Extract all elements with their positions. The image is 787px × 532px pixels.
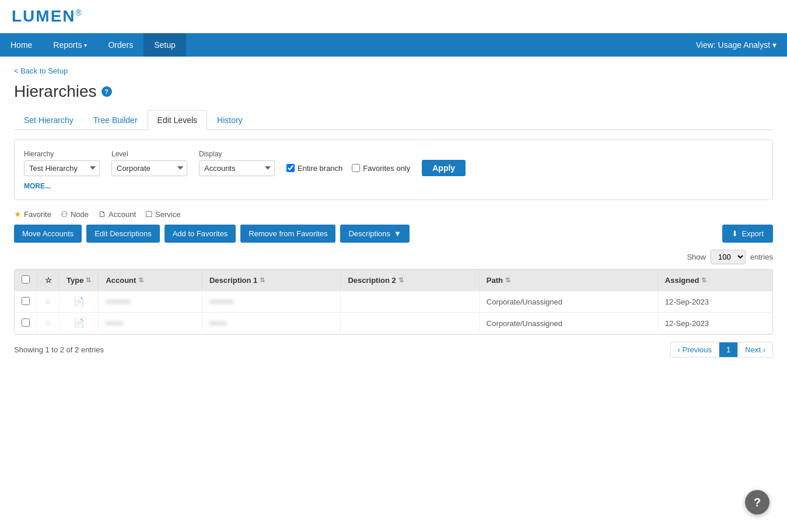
- add-to-favorites-button[interactable]: Add to Favorites: [165, 225, 236, 243]
- td-path-2: Corporate/Unassigned: [479, 313, 657, 334]
- display-select[interactable]: Accounts: [199, 160, 275, 176]
- filter-checkboxes: Entire branch Favorites only: [286, 164, 410, 173]
- td-checkbox-1[interactable]: [15, 291, 37, 313]
- nav-reports[interactable]: Reports ▾: [43, 33, 97, 57]
- desc1-value-2: •••••••: [209, 320, 226, 328]
- row2-star-icon[interactable]: ☆: [44, 318, 52, 328]
- breadcrumb[interactable]: < Back to Setup: [14, 66, 68, 75]
- filter-panel: Hierarchy Test Hierarchy Level Corporate…: [14, 139, 773, 200]
- nav-orders[interactable]: Orders: [97, 33, 144, 57]
- td-type-2: 📄: [60, 313, 99, 334]
- account-type-icon-2: 📄: [74, 318, 85, 328]
- th-description1[interactable]: Description 1 ⇅: [202, 270, 340, 291]
- showing-text: Showing 1 to 2 of 2 entries: [14, 345, 104, 354]
- td-account-1: ••••••••••: [99, 291, 202, 313]
- account-value-1: ••••••••••: [106, 298, 130, 306]
- row1-star-icon[interactable]: ☆: [44, 297, 52, 306]
- hierarchy-filter-group: Hierarchy Test Hierarchy: [24, 150, 100, 176]
- nav-left: Home Reports ▾ Orders Setup: [0, 33, 186, 57]
- table-header: ☆ Type ⇅ Account ⇅: [15, 270, 772, 291]
- sort-assigned-icon[interactable]: ⇅: [701, 276, 706, 284]
- logo-text: LUMEN: [12, 7, 76, 25]
- th-description2[interactable]: Description 2 ⇅: [341, 270, 479, 291]
- sort-path-icon[interactable]: ⇅: [505, 276, 510, 284]
- main-content: < Back to Setup Hierarchies ? Set Hierar…: [0, 57, 787, 532]
- header-row: ☆ Type ⇅ Account ⇅: [15, 270, 772, 291]
- row1-checkbox[interactable]: [22, 297, 30, 305]
- sort-desc2-icon[interactable]: ⇅: [398, 276, 404, 284]
- td-path-1: Corporate/Unassigned: [479, 291, 657, 313]
- hierarchy-select[interactable]: Test Hierarchy: [24, 160, 100, 176]
- nav-user-view[interactable]: View: Usage Analyst ▾: [685, 33, 787, 57]
- page-1-button[interactable]: 1: [719, 342, 738, 357]
- show-entries: Show 10 25 50 100 entries: [14, 250, 773, 264]
- row2-checkbox[interactable]: [22, 318, 30, 327]
- td-description1-2: •••••••: [202, 313, 340, 334]
- entire-branch-checkbox[interactable]: [286, 164, 295, 172]
- select-all-checkbox[interactable]: [22, 275, 30, 284]
- tab-set-hierarchy[interactable]: Set Hierarchy: [14, 110, 83, 130]
- nav-home[interactable]: Home: [0, 33, 43, 57]
- edit-descriptions-button[interactable]: Edit Descriptions: [86, 225, 160, 243]
- td-checkbox-2[interactable]: [15, 313, 37, 334]
- table-row: ☆ 📄 ••••••• •••••••: [15, 313, 772, 334]
- logo: LUMEN®: [12, 7, 775, 26]
- legend-node: ⚇ Node: [61, 209, 89, 219]
- th-account[interactable]: Account ⇅: [99, 270, 202, 291]
- show-count-select[interactable]: 10 25 50 100: [711, 250, 746, 264]
- account-icon: 🗋: [98, 209, 106, 219]
- tab-tree-builder[interactable]: Tree Builder: [83, 110, 148, 130]
- td-assigned-1: 12-Sep-2023: [657, 291, 772, 313]
- display-filter-group: Display Accounts: [199, 150, 275, 176]
- level-label: Level: [111, 150, 187, 158]
- page-title-text: Hierarchies: [14, 82, 97, 101]
- legend: ★ Favorite ⚇ Node 🗋 Account ☐ Service: [14, 209, 773, 219]
- move-accounts-button[interactable]: Move Accounts: [14, 225, 82, 243]
- data-table-wrapper: ☆ Type ⇅ Account ⇅: [14, 269, 773, 335]
- desc1-value-1: ••••••••••: [209, 298, 234, 306]
- entries-label: entries: [750, 253, 773, 261]
- favorites-only-label[interactable]: Favorites only: [352, 164, 410, 173]
- help-button[interactable]: ?: [745, 490, 769, 514]
- account-value-2: •••••••: [106, 320, 123, 328]
- show-label: Show: [687, 253, 706, 261]
- remove-from-favorites-button[interactable]: Remove from Favorites: [240, 225, 335, 243]
- sort-desc1-icon[interactable]: ⇅: [260, 276, 265, 284]
- page-help-icon[interactable]: ?: [102, 86, 112, 97]
- tab-history[interactable]: History: [207, 110, 253, 130]
- level-filter-group: Level Corporate: [111, 150, 187, 176]
- assigned-value-2: 12-Sep-2023: [665, 319, 709, 328]
- next-button[interactable]: Next ›: [738, 342, 772, 357]
- previous-button[interactable]: ‹ Previous: [671, 342, 720, 357]
- nav-setup[interactable]: Setup: [144, 33, 186, 57]
- apply-button[interactable]: Apply: [422, 160, 466, 176]
- assigned-value-1: 12-Sep-2023: [665, 298, 709, 306]
- td-star-2[interactable]: ☆: [37, 313, 60, 334]
- sort-type-icon[interactable]: ⇅: [86, 276, 91, 284]
- legend-favorite: ★ Favorite: [14, 209, 51, 219]
- th-assigned[interactable]: Assigned ⇅: [657, 270, 772, 291]
- favorites-only-checkbox[interactable]: [352, 164, 360, 172]
- node-icon: ⚇: [61, 209, 68, 219]
- level-select[interactable]: Corporate: [111, 160, 187, 176]
- table-body: ☆ 📄 •••••••••• ••••••••••: [15, 291, 772, 334]
- th-path[interactable]: Path ⇅: [479, 270, 657, 291]
- sort-account-icon[interactable]: ⇅: [138, 276, 144, 284]
- path-value-1: Corporate/Unassigned: [487, 298, 562, 306]
- th-select-all[interactable]: [15, 270, 37, 291]
- th-star: ☆: [37, 270, 60, 291]
- more-link[interactable]: MORE...: [24, 182, 51, 190]
- display-label: Display: [199, 150, 275, 158]
- export-icon: ⬇: [732, 229, 738, 238]
- tabs: Set Hierarchy Tree Builder Edit Levels H…: [14, 110, 773, 130]
- pagination: ‹ Previous 1 Next ›: [670, 342, 773, 358]
- filter-row: Hierarchy Test Hierarchy Level Corporate…: [24, 149, 763, 176]
- entire-branch-label[interactable]: Entire branch: [286, 164, 342, 173]
- tab-edit-levels[interactable]: Edit Levels: [148, 110, 207, 130]
- export-button[interactable]: ⬇ Export: [722, 225, 773, 243]
- td-description2-1: [341, 291, 479, 313]
- td-star-1[interactable]: ☆: [37, 291, 60, 313]
- th-type[interactable]: Type ⇅: [60, 270, 99, 291]
- pagination-row: Showing 1 to 2 of 2 entries ‹ Previous 1…: [14, 342, 773, 358]
- descriptions-button[interactable]: Descriptions ▼: [340, 225, 409, 243]
